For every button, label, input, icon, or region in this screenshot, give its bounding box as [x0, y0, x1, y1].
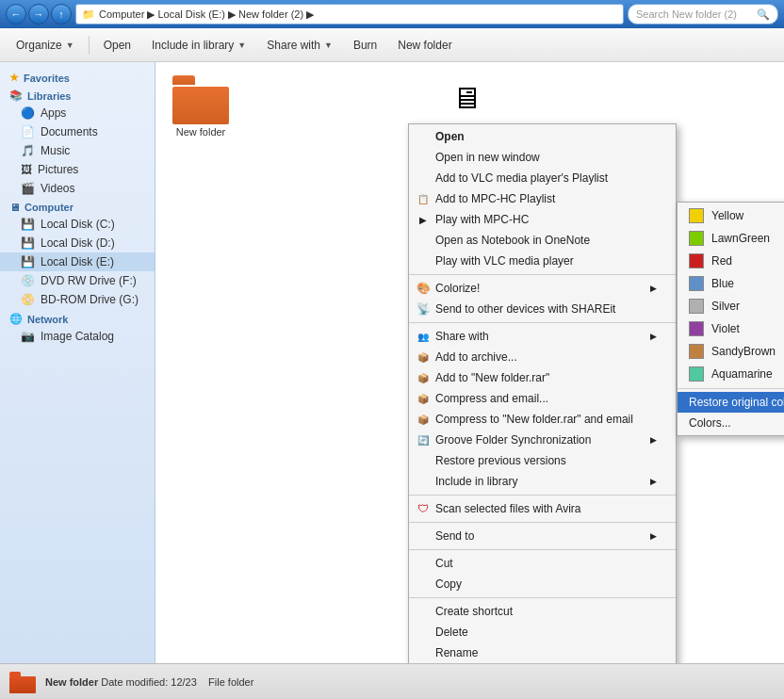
- lawngreen-swatch: [689, 231, 704, 246]
- drive-e-icon: 💾: [21, 255, 35, 268]
- network-section[interactable]: 🌐 Network: [0, 309, 155, 327]
- cs-lawngreen[interactable]: LawnGreen: [678, 227, 784, 250]
- cm-create-shortcut[interactable]: Create shortcut: [409, 601, 676, 622]
- status-type: File folder: [208, 676, 253, 688]
- cm-open[interactable]: Open: [409, 126, 676, 147]
- cm-compress-icon: 📦: [415, 390, 432, 407]
- libraries-section[interactable]: 📚 Libraries: [0, 86, 155, 104]
- context-menu: Open Open in new window Add to VLC media…: [408, 123, 677, 663]
- videos-icon: 🎬: [21, 182, 35, 195]
- folder-item-new[interactable]: New folder: [163, 70, 238, 143]
- cm-add-rar[interactable]: 📦 Add to "New folder.rar": [409, 367, 676, 388]
- cm-shareit[interactable]: 📡 Send to other devices with SHAREit: [409, 299, 676, 319]
- burn-label: Burn: [353, 39, 377, 52]
- organize-dropdown-arrow: ▼: [66, 41, 74, 50]
- sidebar-item-e[interactable]: 💾 Local Disk (E:): [0, 252, 155, 271]
- cm-vlc-playlist-label: Add to VLC media player's Playlist: [435, 171, 608, 185]
- cm-sep-1: [409, 274, 676, 275]
- cs-violet[interactable]: Violet: [678, 317, 784, 340]
- sidebar-item-pictures[interactable]: 🖼 Pictures: [0, 160, 155, 179]
- organize-button[interactable]: Organize ▼: [8, 33, 83, 57]
- cm-mpc-play[interactable]: ▶ Play with MPC-HC: [409, 209, 676, 230]
- sidebar-item-c[interactable]: 💾 Local Disk (C:): [0, 215, 155, 234]
- cm-restore-prev[interactable]: Restore previous versions: [409, 450, 676, 471]
- cm-cut[interactable]: Cut: [409, 553, 676, 574]
- burn-button[interactable]: Burn: [345, 33, 385, 57]
- search-box[interactable]: Search New folder (2) 🔍: [628, 4, 778, 24]
- cm-create-shortcut-label: Create shortcut: [435, 605, 513, 618]
- statusbar: New folder Date modified: 12/23 File fol…: [0, 663, 784, 699]
- cs-colors[interactable]: Colors...: [678, 413, 784, 433]
- cm-add-rar-label: Add to "New folder.rar": [435, 371, 549, 384]
- cm-mpc-playlist-label: Add to MPC-HC Playlist: [435, 192, 555, 205]
- cs-red[interactable]: Red: [678, 250, 784, 272]
- sidebar-item-g[interactable]: 📀 BD-ROM Drive (G:): [0, 290, 155, 309]
- share-with-button[interactable]: Share with ▼: [258, 33, 341, 57]
- sidebar-item-d[interactable]: 💾 Local Disk (D:): [0, 234, 155, 252]
- cm-send-to[interactable]: Send to ▶: [409, 526, 676, 546]
- cm-cut-label: Cut: [435, 557, 453, 570]
- include-in-library-button[interactable]: Include in library ▼: [143, 33, 254, 57]
- cm-rename[interactable]: Rename: [409, 642, 676, 663]
- sidebar-item-music[interactable]: 🎵 Music: [0, 141, 155, 160]
- address-bar[interactable]: 📁 Computer ▶ Local Disk (E:) ▶ New folde…: [75, 4, 624, 24]
- forward-button[interactable]: →: [28, 4, 49, 24]
- cm-sep-5: [409, 549, 676, 550]
- cs-sandybrown[interactable]: SandyBrown: [678, 340, 784, 363]
- cm-send-to-label: Send to: [435, 529, 474, 543]
- cm-mpc-playlist[interactable]: 📋 Add to MPC-HC Playlist: [409, 188, 676, 209]
- new-folder-button[interactable]: New folder: [389, 33, 460, 57]
- documents-icon: 📄: [21, 125, 35, 138]
- drive-c-label: Local Disk (C:): [41, 218, 115, 231]
- cs-aquamarine[interactable]: Aquamarine: [678, 363, 784, 385]
- lawngreen-label: LawnGreen: [711, 232, 770, 245]
- sidebar-item-apps[interactable]: 🔵 Apps: [0, 104, 155, 122]
- cs-blue[interactable]: Blue: [678, 272, 784, 295]
- computer-section[interactable]: 🖥 Computer: [0, 198, 155, 215]
- sandybrown-label: SandyBrown: [711, 345, 776, 358]
- cs-yellow[interactable]: Yellow: [678, 204, 784, 227]
- sidebar-item-image-catalog[interactable]: 📷 Image Catalog: [0, 327, 155, 346]
- libraries-icon: 📚: [9, 89, 23, 102]
- sidebar-item-videos[interactable]: 🎬 Videos: [0, 179, 155, 198]
- cm-compress-email[interactable]: 📦 Compress and email...: [409, 388, 676, 409]
- bd-icon: 📀: [21, 293, 35, 306]
- colors-label: Colors...: [689, 416, 731, 430]
- cm-delete[interactable]: Delete: [409, 622, 676, 642]
- cm-avira[interactable]: 🛡 Scan selected files with Avira: [409, 498, 676, 519]
- cm-share-with[interactable]: 👥 Share with ▶: [409, 326, 676, 347]
- cm-compress-rar-email[interactable]: 📦 Compress to "New folder.rar" and email: [409, 409, 676, 430]
- back-button[interactable]: ←: [6, 4, 26, 24]
- sandybrown-swatch: [689, 344, 704, 359]
- drive-e-label: Local Disk (E:): [41, 255, 114, 268]
- cm-rar-icon: 📦: [415, 369, 432, 386]
- cm-colorize-icon: 🎨: [415, 280, 432, 297]
- cm-sep-2: [409, 322, 676, 323]
- pictures-icon: 🖼: [21, 163, 32, 176]
- cm-copy[interactable]: Copy: [409, 574, 676, 594]
- yellow-swatch: [689, 208, 704, 223]
- cm-add-archive[interactable]: 📦 Add to archive...: [409, 347, 676, 367]
- cs-restore-original[interactable]: Restore original color: [678, 392, 784, 413]
- cm-colorize[interactable]: 🎨 Colorize! ▶: [409, 278, 676, 299]
- cm-shareit-label: Send to other devices with SHAREit: [435, 302, 615, 316]
- cm-share-with-icon: 👥: [415, 328, 432, 345]
- cm-vlc-playlist[interactable]: Add to VLC media player's Playlist: [409, 168, 676, 188]
- cm-include-lib[interactable]: Include in library ▶: [409, 471, 676, 492]
- folder-tab: [172, 75, 195, 85]
- catalog-icon: 📷: [21, 330, 35, 343]
- cm-onenote[interactable]: Open as Notebook in OneNote: [409, 230, 676, 251]
- cm-vlc-play[interactable]: Play with VLC media player: [409, 251, 676, 271]
- cm-open-new-window[interactable]: Open in new window: [409, 147, 676, 168]
- cm-groove[interactable]: 🔄 Groove Folder Synchronization ▶: [409, 430, 676, 450]
- up-button[interactable]: ↑: [51, 4, 72, 24]
- sidebar-item-f[interactable]: 💿 DVD RW Drive (F:): [0, 271, 155, 290]
- cs-silver[interactable]: Silver: [678, 295, 784, 317]
- computer-folder-icon: 🖥: [440, 75, 493, 121]
- videos-label: Videos: [41, 182, 74, 195]
- include-dropdown-arrow: ▼: [237, 41, 246, 50]
- open-button[interactable]: Open: [95, 33, 139, 57]
- sidebar-item-documents[interactable]: 📄 Documents: [0, 122, 155, 141]
- cm-groove-label: Groove Folder Synchronization: [435, 433, 591, 447]
- folder-item-2[interactable]: 🖥: [429, 70, 504, 128]
